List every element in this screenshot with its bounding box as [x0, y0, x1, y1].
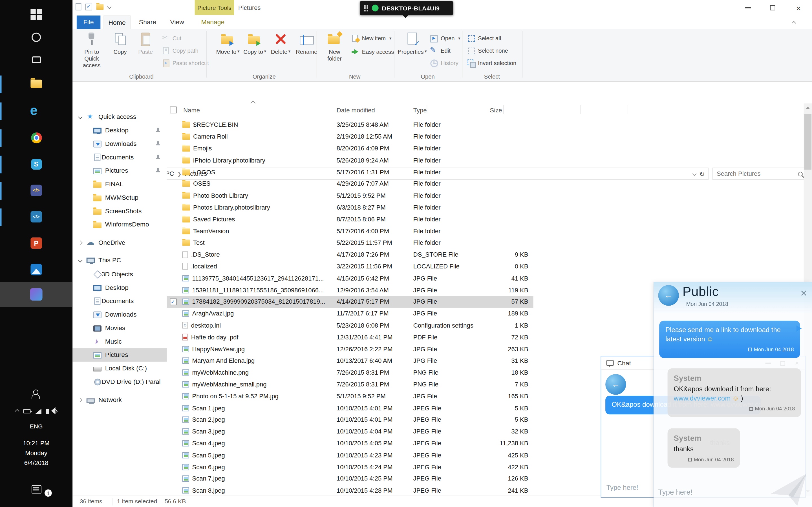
taskbar-item-powerpoint[interactable] [0, 233, 72, 253]
file-row[interactable]: TeamVersion5/17/2016 4:00 PMFile folder [167, 225, 533, 237]
sidebar-item-movies[interactable]: Movies [72, 321, 167, 335]
close-icon[interactable]: ✕ [800, 288, 808, 299]
qat-customize-chevron[interactable] [107, 4, 112, 9]
sidebar-item-desktop[interactable]: Desktop [72, 281, 167, 294]
expander-chevron[interactable] [78, 398, 83, 402]
expander-chevron[interactable] [78, 115, 83, 119]
file-row[interactable]: myWebMachine.png7/26/2015 8:31 PMPNG Fil… [167, 367, 533, 379]
start-button[interactable] [0, 4, 72, 25]
file-row[interactable]: Photo on 5-1-15 at 9.52 PM.jpg5/1/2015 9… [167, 390, 533, 402]
taskbar-clock[interactable]: 10:21 PM Monday 6/4/2018 [0, 437, 72, 470]
file-row[interactable]: Emojis8/20/2016 4:09 PMFile folder [167, 143, 533, 154]
sidebar-item-desktop[interactable]: Desktop [72, 124, 167, 137]
maximize-button[interactable] [760, 0, 785, 15]
sidebar-item-winformsdemo[interactable]: WinformsDemo [72, 218, 167, 231]
explorer-system-icon[interactable] [75, 3, 81, 10]
chat-input[interactable]: Type here! [606, 484, 638, 492]
cortana-button[interactable] [0, 27, 72, 48]
taskbar-item-file-explorer[interactable] [0, 73, 72, 94]
copy-to-button[interactable]: Copy to▾ [243, 31, 267, 69]
file-row[interactable]: Scan 4.jpeg10/10/2015 4:05 PMJPEG File11… [167, 438, 533, 449]
select-all-button[interactable]: Select all [467, 33, 501, 44]
file-row[interactable]: Photos Library.photoslibrary6/3/2018 8:2… [167, 202, 533, 214]
file-row[interactable]: Test5/22/2015 11:57 PMFile folder [167, 237, 533, 249]
column-divider[interactable] [426, 105, 427, 114]
file-row[interactable]: Photo Booth Library5/1/2015 9:52 PMFile … [167, 190, 533, 202]
message-link[interactable]: www.dvviewer.com [674, 394, 731, 402]
tab-share[interactable]: Share [134, 15, 161, 29]
taskbar-item-active-app[interactable] [0, 282, 72, 307]
minimize-button[interactable] [735, 0, 760, 15]
edit-button[interactable]: Edit [430, 45, 450, 56]
tab-manage[interactable]: Manage [197, 15, 229, 29]
sidebar-item-onedrive[interactable]: OneDrive [72, 236, 167, 249]
sidebar-item-downloads[interactable]: Downloads [72, 137, 167, 151]
battery-icon[interactable] [23, 409, 31, 413]
rename-button[interactable]: Rename [294, 31, 319, 69]
new-item-button[interactable]: New item▾ [351, 33, 391, 44]
taskbar-item-code[interactable] [0, 180, 72, 201]
file-row[interactable]: 15391181_1118913171555186_35098691066...… [167, 284, 533, 296]
sidebar-item-3d-objects[interactable]: 3D Objects [72, 268, 167, 281]
close-button[interactable]: × [785, 0, 812, 15]
invert-selection-button[interactable]: Invert selection [467, 57, 516, 69]
open-button[interactable]: Open▾ [430, 33, 460, 44]
taskbar-people-button[interactable] [0, 386, 72, 401]
network-icon[interactable] [35, 409, 42, 414]
tab-file[interactable]: File [77, 15, 100, 29]
paste-shortcut-button[interactable]: Paste shortcut [161, 57, 209, 69]
qat-properties-icon[interactable] [86, 3, 92, 10]
file-row[interactable]: 11139775_384014455123617_294112628171...… [167, 272, 533, 284]
select-none-button[interactable]: Select none [467, 45, 508, 56]
column-divider[interactable] [503, 105, 504, 114]
tab-view[interactable]: View [165, 15, 190, 29]
file-row[interactable]: Scan 3.jpeg10/10/2015 4:04 PMJPEG File32… [167, 426, 533, 438]
file-row[interactable]: Hafte do day .pdf12/31/2016 4:41 PMPDF F… [167, 331, 533, 343]
sidebar-item-quick-access[interactable]: Quick access [72, 110, 167, 124]
file-row[interactable]: Scan 7.jpeg10/10/2015 4:25 PMJPEG File12… [167, 473, 533, 485]
file-row[interactable]: $RECYCLE.BIN3/25/2015 8:48 AMFile folder [167, 119, 533, 131]
remote-session-banner[interactable]: DESKTOP-BLA4UI9 [360, 1, 453, 15]
scrollbar-thumb[interactable] [804, 114, 811, 170]
copy-button[interactable]: Copy [109, 31, 132, 69]
column-divider[interactable] [580, 105, 580, 114]
collapse-ribbon-chevron[interactable] [792, 21, 796, 25]
paste-button[interactable]: Paste [134, 31, 157, 69]
task-view-button[interactable] [0, 49, 72, 69]
conversation-avatar[interactable]: ← [605, 374, 626, 395]
copy-path-button[interactable]: Copy path [161, 45, 199, 56]
column-divider[interactable] [627, 105, 628, 114]
hidden-icons-chevron[interactable] [15, 409, 19, 413]
taskbar-item-skype[interactable] [0, 154, 72, 174]
new-folder-button[interactable]: New folder [321, 31, 348, 69]
file-row[interactable]: Camera Roll2/19/2018 12:55 AMFile folder [167, 131, 533, 143]
message-input[interactable]: Type here! [658, 488, 693, 496]
file-row[interactable]: ✓17884182_399990920375034_812015017819..… [167, 296, 533, 308]
tab-home[interactable]: Home [103, 15, 131, 29]
column-header-date-modified[interactable]: Date modified [333, 106, 409, 114]
search-icon[interactable] [798, 172, 803, 176]
select-all-checkbox[interactable] [170, 107, 176, 113]
search-input[interactable]: Search Pictures [712, 168, 807, 180]
file-row[interactable]: Scan 6.jpeg10/10/2015 4:24 PMJPEG File42… [167, 461, 533, 473]
row-checkbox[interactable]: ✓ [170, 298, 176, 305]
qat-new-folder-icon[interactable] [96, 4, 104, 10]
file-row[interactable]: OSES4/29/2016 7:07 AMFile folder [167, 178, 533, 190]
expander-chevron[interactable] [78, 258, 83, 263]
sidebar-item-documents[interactable]: Documents [72, 151, 167, 164]
file-row[interactable]: Maryam And Elena.jpg10/13/2017 6:40 AMJP… [167, 355, 533, 367]
file-row[interactable]: desktop.ini5/23/2018 6:08 PMConfiguratio… [167, 320, 533, 331]
pin-to-quick-access-button[interactable]: Pin to Quick access [77, 31, 107, 69]
taskbar-item-photos[interactable] [0, 259, 72, 280]
file-row[interactable]: myWebMachine_small.png7/26/2015 8:31 PMP… [167, 379, 533, 390]
sidebar-item-pictures[interactable]: Pictures [72, 164, 167, 177]
easy-access-button[interactable]: Easy access▾ [351, 46, 400, 57]
file-row[interactable]: HappyNewYear.jpg12/26/2016 2:22 PMJPG Fi… [167, 343, 533, 355]
sidebar-item-mwmsetup[interactable]: MWMSetup [72, 191, 167, 205]
file-row[interactable]: Scan 2.jpeg10/10/2015 4:01 PMJPEG File5 … [167, 414, 533, 426]
file-row[interactable]: AraghAvazi.jpg11/7/2017 6:17 PMJPG File1… [167, 307, 533, 320]
file-row[interactable]: Scan 8.jpeg10/10/2015 4:28 PMJPEG File24… [167, 485, 533, 496]
expander-chevron[interactable] [78, 240, 83, 245]
action-center-button[interactable]: 1 [0, 480, 72, 499]
file-row[interactable]: Saved Pictures8/7/2015 8:06 PMFile folde… [167, 213, 533, 225]
